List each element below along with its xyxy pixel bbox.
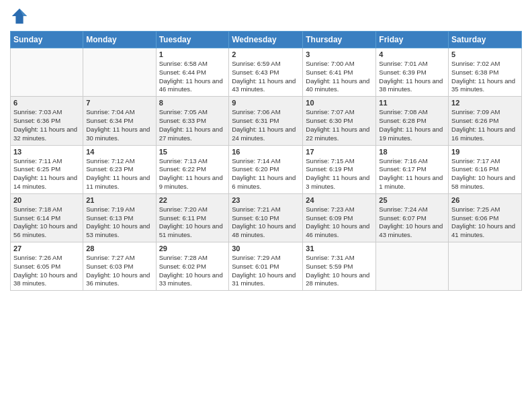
day-info: Sunrise: 7:01 AM Sunset: 6:39 PM Dayligh…	[379, 60, 445, 94]
day-of-week-header: Thursday	[303, 32, 376, 48]
day-number: 27	[13, 244, 80, 253]
calendar-day-cell: 1Sunrise: 6:58 AM Sunset: 6:44 PM Daylig…	[156, 48, 229, 97]
calendar-table: SundayMondayTuesdayWednesdayThursdayFrid…	[10, 31, 522, 291]
calendar-week-row: 20Sunrise: 7:18 AM Sunset: 6:14 PM Dayli…	[11, 193, 522, 242]
day-number: 6	[13, 99, 80, 107]
day-of-week-header: Monday	[83, 32, 156, 48]
day-number: 3	[306, 50, 373, 58]
day-number: 21	[86, 196, 152, 204]
calendar-day-cell: 18Sunrise: 7:16 AM Sunset: 6:17 PM Dayli…	[376, 145, 449, 193]
day-number: 10	[306, 99, 373, 107]
day-info: Sunrise: 7:24 AM Sunset: 6:07 PM Dayligh…	[379, 205, 445, 240]
calendar-day-cell: 2Sunrise: 6:59 AM Sunset: 6:43 PM Daylig…	[229, 48, 303, 97]
day-number: 18	[379, 148, 445, 156]
day-number: 11	[379, 99, 445, 107]
calendar-day-cell	[83, 48, 156, 97]
calendar-day-cell	[449, 242, 522, 291]
day-number: 8	[159, 99, 226, 107]
day-info: Sunrise: 7:02 AM Sunset: 6:38 PM Dayligh…	[451, 60, 519, 94]
calendar-week-row: 6Sunrise: 7:03 AM Sunset: 6:36 PM Daylig…	[11, 97, 522, 145]
day-number: 2	[232, 50, 300, 58]
calendar-week-row: 1Sunrise: 6:58 AM Sunset: 6:44 PM Daylig…	[11, 48, 522, 97]
logo	[10, 7, 32, 26]
day-info: Sunrise: 7:06 AM Sunset: 6:31 PM Dayligh…	[232, 108, 300, 142]
day-number: 23	[232, 196, 300, 204]
day-info: Sunrise: 7:18 AM Sunset: 6:14 PM Dayligh…	[13, 205, 80, 240]
calendar-day-cell: 26Sunrise: 7:25 AM Sunset: 6:06 PM Dayli…	[449, 193, 522, 242]
day-info: Sunrise: 7:31 AM Sunset: 5:59 PM Dayligh…	[306, 254, 373, 288]
calendar-day-cell: 16Sunrise: 7:14 AM Sunset: 6:20 PM Dayli…	[229, 145, 303, 193]
day-number: 17	[306, 148, 373, 156]
calendar-day-cell: 11Sunrise: 7:08 AM Sunset: 6:28 PM Dayli…	[376, 97, 449, 145]
day-number: 30	[232, 244, 300, 253]
day-info: Sunrise: 7:15 AM Sunset: 6:19 PM Dayligh…	[306, 157, 373, 191]
day-number: 31	[306, 244, 373, 253]
day-info: Sunrise: 7:17 AM Sunset: 6:16 PM Dayligh…	[451, 157, 519, 191]
calendar-day-cell: 4Sunrise: 7:01 AM Sunset: 6:39 PM Daylig…	[376, 48, 449, 97]
day-number: 20	[13, 196, 80, 204]
day-info: Sunrise: 7:21 AM Sunset: 6:10 PM Dayligh…	[232, 205, 300, 240]
calendar-week-row: 27Sunrise: 7:26 AM Sunset: 6:05 PM Dayli…	[11, 242, 522, 291]
day-number: 26	[451, 196, 519, 204]
day-info: Sunrise: 7:20 AM Sunset: 6:11 PM Dayligh…	[159, 205, 226, 240]
day-of-week-header: Wednesday	[229, 32, 303, 48]
calendar-day-cell: 14Sunrise: 7:12 AM Sunset: 6:23 PM Dayli…	[83, 145, 156, 193]
calendar-day-cell: 8Sunrise: 7:05 AM Sunset: 6:33 PM Daylig…	[156, 97, 229, 145]
day-number: 29	[159, 244, 226, 253]
day-of-week-header: Saturday	[449, 32, 522, 48]
calendar-day-cell: 13Sunrise: 7:11 AM Sunset: 6:25 PM Dayli…	[11, 145, 83, 193]
day-info: Sunrise: 7:03 AM Sunset: 6:36 PM Dayligh…	[13, 108, 80, 142]
day-number: 16	[232, 148, 300, 156]
day-info: Sunrise: 7:08 AM Sunset: 6:28 PM Dayligh…	[379, 108, 445, 142]
day-number: 12	[451, 99, 519, 107]
day-info: Sunrise: 7:28 AM Sunset: 6:02 PM Dayligh…	[159, 254, 226, 288]
day-info: Sunrise: 7:23 AM Sunset: 6:09 PM Dayligh…	[306, 205, 373, 240]
day-number: 28	[86, 244, 152, 253]
calendar-day-cell: 24Sunrise: 7:23 AM Sunset: 6:09 PM Dayli…	[303, 193, 376, 242]
day-number: 7	[86, 99, 152, 107]
day-number: 19	[451, 148, 519, 156]
day-of-week-header: Tuesday	[156, 32, 229, 48]
calendar-day-cell: 7Sunrise: 7:04 AM Sunset: 6:34 PM Daylig…	[83, 97, 156, 145]
day-number: 9	[232, 99, 300, 107]
calendar-day-cell: 5Sunrise: 7:02 AM Sunset: 6:38 PM Daylig…	[449, 48, 522, 97]
day-info: Sunrise: 6:58 AM Sunset: 6:44 PM Dayligh…	[159, 60, 226, 94]
calendar-day-cell: 21Sunrise: 7:19 AM Sunset: 6:13 PM Dayli…	[83, 193, 156, 242]
day-number: 14	[86, 148, 152, 156]
day-info: Sunrise: 7:13 AM Sunset: 6:22 PM Dayligh…	[159, 157, 226, 191]
calendar-day-cell: 22Sunrise: 7:20 AM Sunset: 6:11 PM Dayli…	[156, 193, 229, 242]
calendar-day-cell: 19Sunrise: 7:17 AM Sunset: 6:16 PM Dayli…	[449, 145, 522, 193]
calendar-day-cell: 17Sunrise: 7:15 AM Sunset: 6:19 PM Dayli…	[303, 145, 376, 193]
calendar-day-cell: 23Sunrise: 7:21 AM Sunset: 6:10 PM Dayli…	[229, 193, 303, 242]
calendar-header-row: SundayMondayTuesdayWednesdayThursdayFrid…	[11, 32, 522, 48]
day-number: 25	[379, 196, 445, 204]
day-number: 5	[451, 50, 519, 58]
calendar-day-cell: 29Sunrise: 7:28 AM Sunset: 6:02 PM Dayli…	[156, 242, 229, 291]
calendar-day-cell	[11, 48, 83, 97]
calendar-day-cell: 15Sunrise: 7:13 AM Sunset: 6:22 PM Dayli…	[156, 145, 229, 193]
day-info: Sunrise: 7:11 AM Sunset: 6:25 PM Dayligh…	[13, 157, 80, 191]
day-number: 1	[159, 50, 226, 58]
day-info: Sunrise: 7:07 AM Sunset: 6:30 PM Dayligh…	[306, 108, 373, 142]
day-info: Sunrise: 7:05 AM Sunset: 6:33 PM Dayligh…	[159, 108, 226, 142]
calendar-day-cell: 31Sunrise: 7:31 AM Sunset: 5:59 PM Dayli…	[303, 242, 376, 291]
day-info: Sunrise: 7:04 AM Sunset: 6:34 PM Dayligh…	[86, 108, 152, 142]
calendar-day-cell	[376, 242, 449, 291]
day-info: Sunrise: 7:25 AM Sunset: 6:06 PM Dayligh…	[451, 205, 519, 240]
day-number: 22	[159, 196, 226, 204]
header	[10, 7, 522, 26]
calendar-day-cell: 9Sunrise: 7:06 AM Sunset: 6:31 PM Daylig…	[229, 97, 303, 145]
day-info: Sunrise: 7:00 AM Sunset: 6:41 PM Dayligh…	[306, 60, 373, 94]
day-number: 15	[159, 148, 226, 156]
day-info: Sunrise: 7:12 AM Sunset: 6:23 PM Dayligh…	[86, 157, 152, 191]
day-info: Sunrise: 7:16 AM Sunset: 6:17 PM Dayligh…	[379, 157, 445, 191]
logo-icon	[10, 7, 29, 26]
calendar-day-cell: 12Sunrise: 7:09 AM Sunset: 6:26 PM Dayli…	[449, 97, 522, 145]
day-info: Sunrise: 7:29 AM Sunset: 6:01 PM Dayligh…	[232, 254, 300, 288]
day-of-week-header: Friday	[376, 32, 449, 48]
calendar-day-cell: 3Sunrise: 7:00 AM Sunset: 6:41 PM Daylig…	[303, 48, 376, 97]
calendar-day-cell: 10Sunrise: 7:07 AM Sunset: 6:30 PM Dayli…	[303, 97, 376, 145]
calendar-day-cell: 28Sunrise: 7:27 AM Sunset: 6:03 PM Dayli…	[83, 242, 156, 291]
day-info: Sunrise: 7:27 AM Sunset: 6:03 PM Dayligh…	[86, 254, 152, 288]
page: SundayMondayTuesdayWednesdayThursdayFrid…	[0, 0, 532, 411]
